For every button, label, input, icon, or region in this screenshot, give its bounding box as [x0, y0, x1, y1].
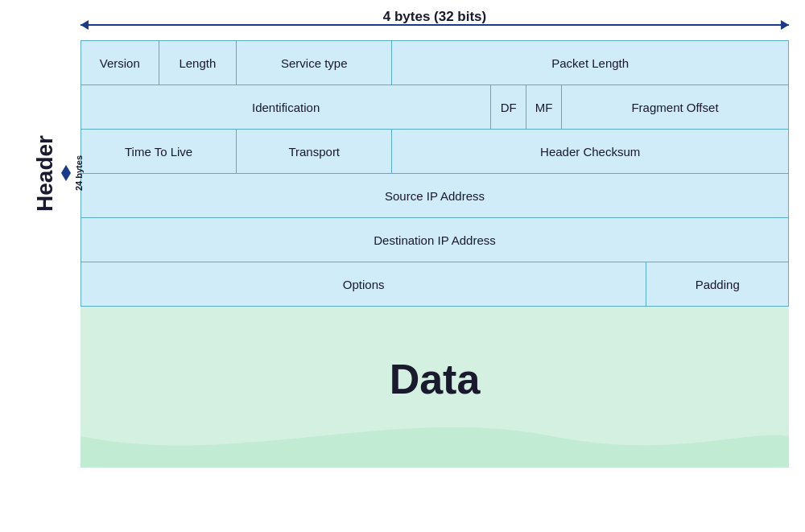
arrow-up-icon: [61, 165, 71, 173]
arrow-down-icon: [61, 173, 71, 181]
cell-transport: Transport: [237, 130, 392, 173]
cell-fragment-offset: Fragment Offset: [562, 85, 788, 129]
header-label-container: Header 24 bytes: [32, 40, 80, 306]
cell-df: DF: [491, 85, 526, 129]
wave-decoration: [80, 405, 789, 468]
grid-row-4: Source IP Address: [81, 174, 788, 218]
top-arrow: [80, 24, 789, 26]
cell-version: Version: [81, 41, 159, 85]
cell-packet-length: Packet Length: [392, 41, 788, 85]
cell-options: Options: [81, 262, 646, 306]
bytes-label: 24 bytes: [74, 155, 84, 191]
diagram-container: 4 bytes (32 bits) Header 24 bytes: [32, 8, 789, 524]
cell-source-ip: Source IP Address: [81, 174, 788, 217]
cell-service-type: Service type: [237, 41, 392, 85]
header-vertical-text: Header: [32, 135, 58, 212]
cell-mf: MF: [526, 85, 562, 129]
grid-row-5: Destination IP Address: [81, 218, 788, 262]
grid-area: Version Length Service type Packet Lengt…: [80, 40, 789, 468]
left-labels: Header 24 bytes: [32, 40, 80, 468]
header-arrow-container: [61, 165, 71, 181]
data-label: Data: [80, 307, 789, 403]
grid-row-2: Identification DF MF Fragment Offset: [81, 85, 788, 130]
top-label-area: 4 bytes (32 bits): [80, 8, 789, 37]
top-label-text: 4 bytes (32 bits): [80, 8, 789, 24]
cell-identification: Identification: [81, 85, 491, 129]
cell-padding: Padding: [646, 262, 788, 306]
cell-ttl: Time To Live: [81, 130, 237, 173]
grid-row-6: Options Padding: [81, 262, 788, 306]
main-area: Header 24 bytes Version Len: [32, 40, 789, 468]
cell-destination-ip: Destination IP Address: [81, 218, 788, 262]
cell-header-checksum: Header Checksum: [392, 130, 788, 173]
data-section: Data: [80, 307, 789, 468]
header-section: Version Length Service type Packet Lengt…: [80, 40, 789, 307]
grid-row-1: Version Length Service type Packet Lengt…: [81, 41, 788, 85]
cell-length: Length: [159, 41, 237, 85]
grid-row-3: Time To Live Transport Header Checksum: [81, 130, 788, 174]
